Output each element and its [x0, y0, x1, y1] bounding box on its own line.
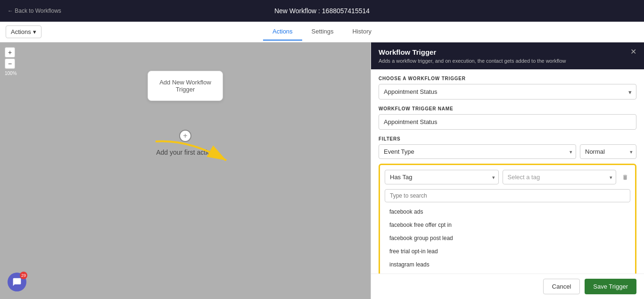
close-panel-button[interactable]: ✕ — [630, 48, 636, 56]
panel-description: Adds a workflow trigger, and on executio… — [379, 58, 566, 64]
has-tag-filter-area: Has Tag ▾ Select a tag ▾ — [379, 164, 636, 274]
has-tag-row: Has Tag ▾ Select a tag ▾ — [385, 170, 630, 184]
event-type-select-wrapper: Event Type ▾ — [379, 144, 576, 159]
header: ← Back to Workflows New Workflow : 16880… — [0, 0, 644, 22]
main-layout: + − 100% Add New Workflow Trigger + Add … — [0, 42, 644, 299]
choose-trigger-label: CHOOSE A WORKFLOW TRIGGER — [379, 76, 636, 81]
list-item[interactable]: tik tok leads — [385, 271, 630, 274]
panel-body: CHOOSE A WORKFLOW TRIGGER Appointment St… — [371, 69, 644, 274]
toolbar: Actions ▾ Actions Settings History — [0, 22, 644, 42]
chat-badge: 29 — [20, 272, 27, 279]
chat-icon — [12, 277, 22, 287]
list-item[interactable]: free trial opt-in lead — [385, 245, 630, 258]
list-item[interactable]: instagram leads — [385, 258, 630, 271]
cancel-button[interactable]: Cancel — [543, 279, 580, 294]
list-item[interactable]: facebook free offer cpt in — [385, 218, 630, 232]
chat-bubble-button[interactable]: 29 — [8, 273, 26, 291]
trash-icon — [622, 174, 628, 181]
back-to-workflows-link[interactable]: ← Back to Workflows — [8, 8, 61, 14]
workflow-trigger-box[interactable]: Add New Workflow Trigger — [148, 71, 223, 101]
add-action-label: Add your first action — [156, 149, 215, 156]
tag-select-wrapper: Select a tag ▾ — [503, 170, 617, 184]
event-type-filter-row: Event Type ▾ Normal ▾ — [379, 144, 636, 159]
trigger-type-select[interactable]: Appointment Status — [379, 84, 636, 100]
trigger-name-input[interactable] — [379, 114, 636, 130]
zoom-out-button[interactable]: − — [5, 58, 15, 69]
tag-search-input[interactable] — [385, 189, 630, 202]
chevron-down-icon: ▾ — [33, 28, 36, 35]
zoom-in-button[interactable]: + — [5, 47, 15, 58]
workflow-canvas[interactable]: + − 100% Add New Workflow Trigger + Add … — [0, 42, 371, 299]
panel-header-content: Workflow Trigger Adds a workflow trigger… — [379, 48, 566, 64]
has-tag-select[interactable]: Has Tag — [385, 170, 499, 184]
event-type-select[interactable]: Event Type — [379, 144, 576, 159]
delete-filter-button[interactable] — [620, 170, 630, 184]
actions-button[interactable]: Actions ▾ — [6, 25, 41, 38]
list-item[interactable]: facebook ads — [385, 205, 630, 218]
normal-select-wrapper: Normal ▾ — [580, 144, 636, 159]
panel-header: Workflow Trigger Adds a workflow trigger… — [371, 42, 644, 69]
tab-settings[interactable]: Settings — [302, 23, 343, 41]
normal-select[interactable]: Normal — [580, 144, 636, 159]
list-item[interactable]: facebook group post lead — [385, 232, 630, 245]
zoom-level: 100% — [5, 71, 17, 76]
panel-footer: Cancel Save Trigger — [371, 274, 644, 299]
trigger-name-label: WORKFLOW TRIGGER NAME — [379, 106, 636, 111]
zoom-controls: + − 100% — [5, 47, 17, 76]
tab-history[interactable]: History — [343, 23, 381, 41]
tab-group: Actions Settings History — [263, 23, 381, 41]
save-trigger-button[interactable]: Save Trigger — [585, 279, 636, 294]
tag-list: facebook ads facebook free offer cpt in … — [385, 205, 630, 274]
workflow-trigger-panel: Workflow Trigger Adds a workflow trigger… — [371, 42, 644, 299]
has-tag-select-wrapper: Has Tag ▾ — [385, 170, 499, 184]
tab-actions[interactable]: Actions — [263, 23, 302, 41]
page-title: New Workflow : 1688057415514 — [274, 7, 370, 15]
workflow-trigger-line2: Trigger — [159, 86, 211, 93]
filters-label: FILTERS — [379, 136, 636, 141]
trigger-type-select-wrapper: Appointment Status ▾ — [379, 84, 636, 100]
panel-title: Workflow Trigger — [379, 48, 566, 56]
add-step-button[interactable]: + — [179, 130, 191, 142]
workflow-trigger-line1: Add New Workflow — [159, 79, 211, 86]
tag-select[interactable]: Select a tag — [503, 170, 617, 184]
